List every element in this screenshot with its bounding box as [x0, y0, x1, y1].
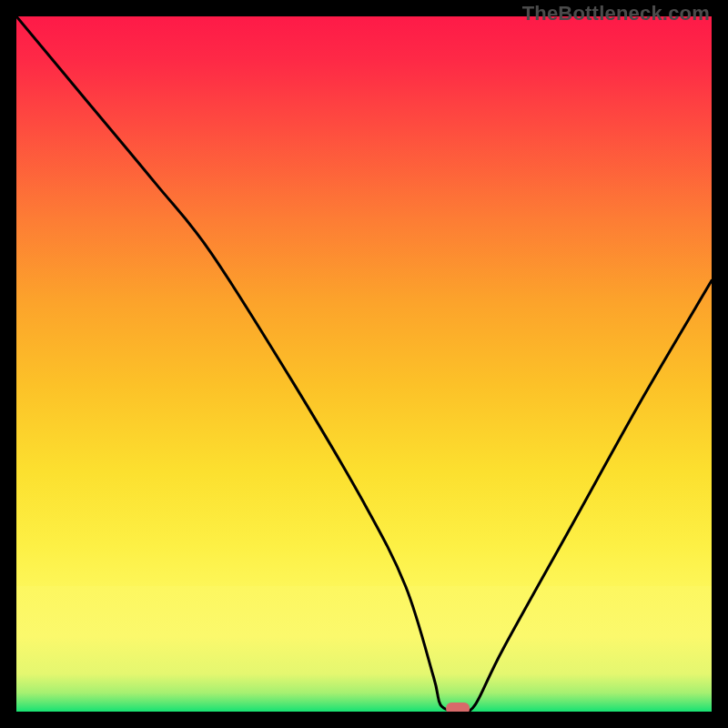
minimum-marker	[446, 703, 470, 712]
plot-area	[16, 16, 712, 712]
chart-frame: TheBottleneck.com	[0, 0, 728, 728]
gradient-bottom	[16, 586, 712, 712]
plot-svg	[16, 16, 712, 712]
